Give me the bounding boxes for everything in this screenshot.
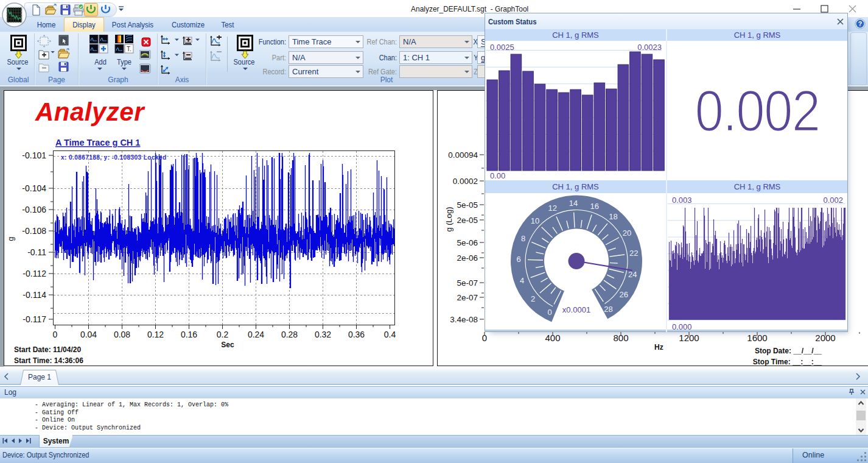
svg-text:2: 2 xyxy=(531,294,535,303)
svg-text:0.16: 0.16 xyxy=(181,330,197,339)
svg-text:Stop Time: __:__:__: Stop Time: __:__:__ xyxy=(753,358,822,366)
svg-text:-0.108: -0.108 xyxy=(22,226,46,236)
svg-text:x: 0.0867188, y: -0.108303 Loc: x: 0.0867188, y: -0.108303 Locked xyxy=(61,154,167,161)
svg-text:0: 0 xyxy=(547,308,551,317)
svg-text:28: 28 xyxy=(604,305,612,314)
svg-text:0.000: 0.000 xyxy=(672,322,692,331)
svg-text:0.002: 0.002 xyxy=(823,196,843,205)
svg-text:0.2: 0.2 xyxy=(217,330,229,339)
svg-text:Start Time: 14:36:06: Start Time: 14:36:06 xyxy=(14,356,83,365)
svg-text:14: 14 xyxy=(569,199,578,208)
svg-text:5e-05: 5e-05 xyxy=(457,200,478,210)
svg-text:-0.114: -0.114 xyxy=(23,290,46,300)
svg-text:5e-07: 5e-07 xyxy=(457,278,478,288)
svg-text:g: g xyxy=(6,236,15,241)
svg-text:-0.117: -0.117 xyxy=(23,314,46,324)
svg-text:24: 24 xyxy=(628,270,637,279)
svg-text:0: 0 xyxy=(53,330,58,339)
svg-text:2e-07: 2e-07 xyxy=(457,293,478,302)
svg-text:4: 4 xyxy=(520,276,524,285)
svg-text:-0.11: -0.11 xyxy=(27,247,46,257)
svg-text:0.08: 0.08 xyxy=(114,330,130,339)
svg-text:Sec: Sec xyxy=(221,341,234,349)
svg-text:-0.101: -0.101 xyxy=(22,150,46,160)
svg-text:0.0025: 0.0025 xyxy=(490,43,514,52)
svg-text:0.003: 0.003 xyxy=(672,196,692,205)
svg-text:-0.112: -0.112 xyxy=(23,269,46,278)
svg-text:T.: T. xyxy=(127,46,131,52)
svg-text:20: 20 xyxy=(623,228,631,238)
svg-text:Analyzer: Analyzer xyxy=(35,97,145,126)
svg-text:Start Date: 11/04/20: Start Date: 11/04/20 xyxy=(14,345,81,354)
svg-text:10: 10 xyxy=(531,216,539,225)
svg-text:3.4e-08: 3.4e-08 xyxy=(450,315,478,324)
svg-text:0.0023: 0.0023 xyxy=(637,43,662,52)
svg-text:Hz: Hz xyxy=(654,343,663,352)
svg-text:2e-05: 2e-05 xyxy=(457,216,478,225)
svg-text:-0.106: -0.106 xyxy=(22,205,46,214)
svg-text:8: 8 xyxy=(521,234,525,243)
svg-text:A Time Trace g CH 1: A Time Trace g CH 1 xyxy=(55,138,140,147)
svg-text:18: 18 xyxy=(609,212,617,221)
svg-text:0.24: 0.24 xyxy=(248,330,264,339)
svg-text:x0.0001: x0.0001 xyxy=(562,305,590,314)
svg-text:5e-06: 5e-06 xyxy=(457,238,478,247)
svg-text:g (Log): g (Log) xyxy=(444,207,453,231)
svg-text:0.28: 0.28 xyxy=(281,330,298,339)
svg-text:12: 12 xyxy=(548,203,557,213)
svg-text:0.00094: 0.00094 xyxy=(448,150,478,160)
svg-text:Stop Date: __/__/__: Stop Date: __/__/__ xyxy=(755,347,822,355)
svg-text:0.12: 0.12 xyxy=(147,330,164,339)
svg-text:22: 22 xyxy=(629,249,638,258)
svg-text:26: 26 xyxy=(620,290,628,299)
svg-text:0.32: 0.32 xyxy=(315,330,331,339)
svg-text:2e-06: 2e-06 xyxy=(457,253,478,263)
svg-text:0.0002: 0.0002 xyxy=(453,177,478,186)
svg-text:0.36: 0.36 xyxy=(348,330,365,339)
svg-text:6: 6 xyxy=(516,255,520,264)
svg-text:0.4: 0.4 xyxy=(384,330,396,339)
svg-text:0.04: 0.04 xyxy=(80,330,97,339)
svg-text:16: 16 xyxy=(590,202,599,211)
svg-text:?: ? xyxy=(858,20,862,27)
svg-text:0.00: 0.00 xyxy=(490,171,505,180)
svg-text:-0.104: -0.104 xyxy=(22,183,46,193)
